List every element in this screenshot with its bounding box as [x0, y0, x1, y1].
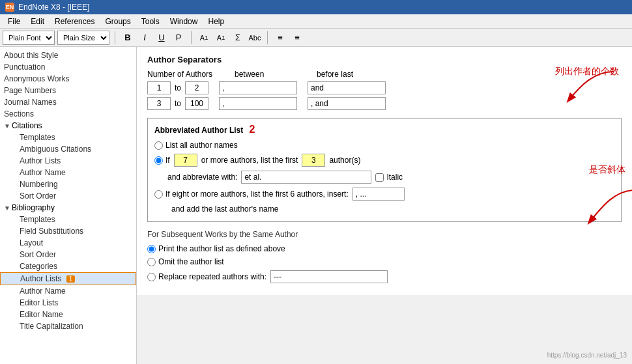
- menu-help[interactable]: Help: [203, 16, 229, 27]
- abbreviate-with-value[interactable]: [241, 171, 371, 184]
- menu-tools[interactable]: Tools: [136, 16, 165, 27]
- eight-or-more-radio[interactable]: [154, 190, 163, 199]
- if-n-value[interactable]: [174, 154, 197, 167]
- subseq-option2-label[interactable]: Omit the author list: [147, 257, 224, 266]
- sidebar-item-punctuation[interactable]: Punctuation: [0, 61, 136, 73]
- sidebar-item-layout[interactable]: Layout: [0, 237, 136, 249]
- author-separators-title: Author Separators: [147, 55, 622, 64]
- subseq-option1-radio[interactable]: [147, 245, 156, 253]
- sep-row2-between[interactable]: [219, 97, 297, 110]
- sidebar-item-sections[interactable]: Sections: [0, 108, 136, 120]
- sidebar-item-bibliography-sort-order[interactable]: Sort Order: [0, 249, 136, 260]
- sep-row1-to-label: to: [175, 83, 181, 92]
- subsequent-option1-row: Print the author list as defined above: [147, 244, 622, 253]
- authors-suffix: author(s): [329, 156, 360, 165]
- sidebar-item-numbering[interactable]: Numbering: [0, 178, 136, 190]
- subseq-option3-text: Replace repeated authors with:: [158, 272, 266, 281]
- subseq-option1-text: Print the author list as defined above: [158, 244, 285, 253]
- list-all-radio[interactable]: [154, 141, 163, 150]
- menu-window[interactable]: Window: [165, 16, 203, 27]
- expand-icon-bibliography: ▼: [4, 204, 10, 212]
- sidebar-item-editor-lists[interactable]: Editor Lists: [0, 297, 136, 309]
- sep-row2-to[interactable]: [185, 97, 208, 110]
- author-lists-badge: 1: [66, 275, 76, 283]
- sidebar-item-journal-names[interactable]: Journal Names: [0, 96, 136, 108]
- sidebar-item-citations-templates[interactable]: Templates: [0, 132, 136, 143]
- eight-insert-value[interactable]: [352, 188, 405, 201]
- font-dropdown[interactable]: Plain Font: [3, 31, 55, 45]
- toolbar-separator: [115, 31, 115, 44]
- sidebar-item-ambiguous-citations[interactable]: Ambiguous Citations: [0, 143, 136, 155]
- abbreviated-author-list-box: Abbreviated Author List 2 List all autho…: [147, 118, 622, 222]
- menu-edit[interactable]: Edit: [25, 16, 50, 27]
- if-n-radio[interactable]: [154, 156, 163, 165]
- subseq-option1-label[interactable]: Print the author list as defined above: [147, 244, 285, 253]
- first-count-value[interactable]: [302, 154, 325, 167]
- subscript-button[interactable]: A1: [214, 31, 228, 45]
- sidebar-group-citations[interactable]: ▼ Citations: [0, 120, 136, 132]
- align-right-button[interactable]: ≡: [290, 31, 304, 45]
- menu-file[interactable]: File: [3, 16, 25, 27]
- content-area: Author Separators Number of Authors betw…: [137, 47, 632, 295]
- list-all-text: List all author names: [165, 141, 238, 150]
- subsequent-option2-row: Omit the author list: [147, 257, 622, 266]
- italic-checkbox-label[interactable]: Italic: [375, 173, 403, 182]
- sidebar-group-bibliography[interactable]: ▼ Bibliography: [0, 202, 136, 214]
- sidebar: About this Style Punctuation Anonymous W…: [0, 47, 137, 364]
- menu-groups[interactable]: Groups: [100, 16, 136, 27]
- sigma-button[interactable]: Σ: [231, 31, 245, 45]
- size-dropdown[interactable]: Plain Size: [57, 31, 109, 45]
- menu-references[interactable]: References: [50, 16, 100, 27]
- sidebar-group-citations-label: Citations: [12, 121, 42, 130]
- bold-button[interactable]: B: [121, 31, 135, 45]
- menu-bar: File Edit References Groups Tools Window…: [0, 14, 632, 29]
- abc-button[interactable]: Abc: [248, 31, 262, 45]
- replace-with-value[interactable]: [270, 270, 388, 283]
- or-more-text: or more authors, list the first: [201, 156, 298, 165]
- underline-button[interactable]: U: [154, 31, 169, 45]
- sidebar-item-citations-author-name[interactable]: Author Name: [0, 167, 136, 178]
- sep-row1-between[interactable]: [219, 81, 297, 94]
- sidebar-item-page-numbers[interactable]: Page Numbers: [0, 85, 136, 96]
- sidebar-item-bibliography-templates[interactable]: Templates: [0, 214, 136, 225]
- subseq-option2-text: Omit the author list: [158, 257, 224, 266]
- sep-header-row: Number of Authors between before last: [147, 70, 622, 79]
- sidebar-item-editor-name[interactable]: Editor Name: [0, 309, 136, 320]
- sidebar-item-field-substitutions[interactable]: Field Substitutions: [0, 225, 136, 237]
- abbr-badge: 2: [250, 124, 255, 135]
- list-all-label[interactable]: List all author names: [154, 141, 238, 150]
- sep-row-1: to: [147, 81, 622, 94]
- sep-row-2: to: [147, 97, 622, 110]
- title-bar: EN EndNote X8 - [IEEE]: [0, 0, 632, 14]
- sidebar-item-anonymous[interactable]: Anonymous Works: [0, 73, 136, 85]
- eight-or-more-text: If eight or more authors, list the first…: [165, 189, 349, 199]
- align-left-button[interactable]: ≡: [273, 31, 287, 45]
- sep-row1-to[interactable]: [185, 81, 208, 94]
- sidebar-item-citations-author-lists[interactable]: Author Lists: [0, 155, 136, 167]
- sep-row2-beforelast[interactable]: [308, 97, 386, 110]
- eight-or-more-label[interactable]: If eight or more authors, list the first…: [154, 189, 349, 199]
- if-text: If: [165, 156, 170, 165]
- sep-row2-to-label: to: [175, 99, 181, 108]
- abbr-title: Abbreviated Author List 2: [154, 124, 614, 135]
- italic-label-text: Italic: [386, 173, 403, 182]
- if-n-label[interactable]: If: [154, 156, 170, 165]
- subseq-option3-radio[interactable]: [147, 273, 156, 281]
- sep-row2-from[interactable]: [147, 97, 171, 110]
- italic-button[interactable]: I: [137, 31, 152, 45]
- plain-button[interactable]: P: [171, 31, 186, 45]
- subseq-option2-radio[interactable]: [147, 258, 156, 266]
- sidebar-item-bibliography-author-name[interactable]: Author Name: [0, 285, 136, 297]
- sep-row1-from[interactable]: [147, 81, 171, 94]
- italic-checkbox[interactable]: [375, 173, 384, 182]
- sidebar-item-citations-sort-order[interactable]: Sort Order: [0, 190, 136, 202]
- sep-row1-beforelast[interactable]: [308, 81, 386, 94]
- sidebar-item-title-capitalization[interactable]: Title Capitalization: [0, 320, 136, 332]
- superscript-button[interactable]: A1: [197, 31, 211, 45]
- sidebar-item-about[interactable]: About this Style: [0, 49, 136, 61]
- sidebar-item-categories[interactable]: Categories: [0, 260, 136, 272]
- expand-icon-citations: ▼: [4, 122, 10, 130]
- subseq-option3-label[interactable]: Replace repeated authors with:: [147, 272, 266, 281]
- sidebar-item-bibliography-author-lists[interactable]: Author Lists 1: [0, 272, 136, 285]
- between-header: between: [225, 70, 304, 79]
